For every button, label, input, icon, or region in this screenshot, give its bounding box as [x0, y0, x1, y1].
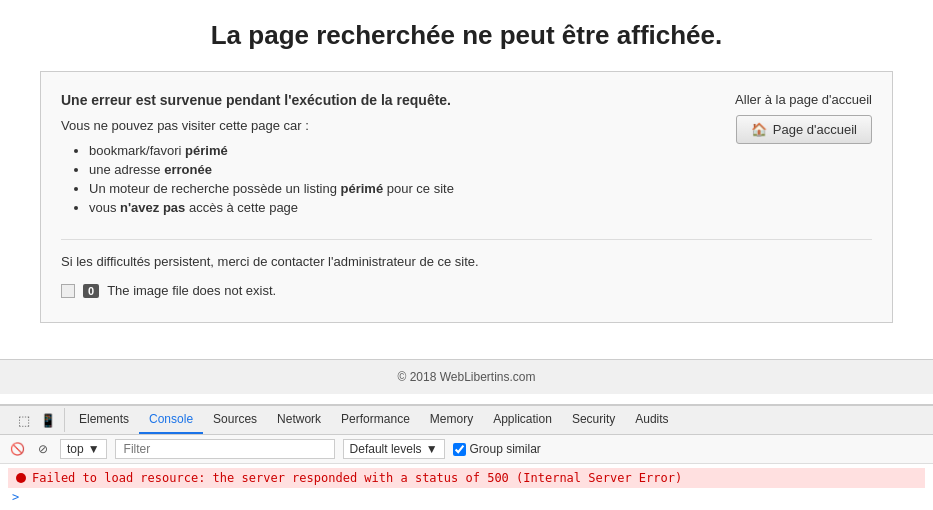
- log-icon: [61, 284, 75, 298]
- error-subtitle: Vous ne pouvez pas visiter cette page ca…: [61, 118, 692, 133]
- page-title: La page recherchée ne peut être affichée…: [40, 20, 893, 51]
- error-list: bookmark/favori périmé une adresse erron…: [61, 143, 692, 215]
- divider: [61, 239, 872, 240]
- footer-bar: © 2018 WebLibertins.com: [0, 359, 933, 394]
- log-badge: 0: [83, 284, 99, 298]
- list-item: une adresse erronée: [89, 162, 692, 177]
- log-text: The image file does not exist.: [107, 283, 276, 298]
- error-title: Une erreur est survenue pendant l'exécut…: [61, 92, 692, 108]
- log-entry: 0 The image file does not exist.: [61, 279, 872, 302]
- list-item: Un moteur de recherche possède un listin…: [89, 181, 692, 196]
- list-item: vous n'avez pas accès à cette page: [89, 200, 692, 215]
- home-label: Aller à la page d'accueil: [692, 92, 872, 107]
- error-main: Une erreur est survenue pendant l'exécut…: [61, 92, 692, 225]
- page-content: La page recherchée ne peut être affichée…: [0, 0, 933, 359]
- error-box-inner: Une erreur est survenue pendant l'exécut…: [61, 92, 872, 225]
- list-item: bookmark/favori périmé: [89, 143, 692, 158]
- right-panel: Aller à la page d'accueil 🏠 Page d'accue…: [692, 92, 872, 144]
- error-box: Une erreur est survenue pendant l'exécut…: [40, 71, 893, 323]
- info-text: Si les difficultés persistent, merci de …: [61, 254, 872, 269]
- home-button[interactable]: 🏠 Page d'accueil: [736, 115, 872, 144]
- home-icon: 🏠: [751, 122, 767, 137]
- footer-text: © 2018 WebLibertins.com: [397, 370, 535, 384]
